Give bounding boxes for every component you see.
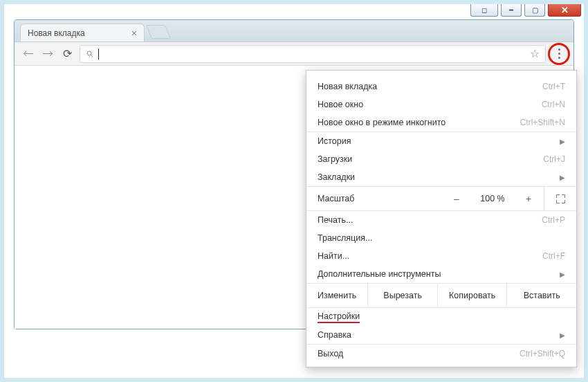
svg-point-0 bbox=[87, 51, 91, 55]
user-icon: ◻ bbox=[481, 7, 487, 14]
edit-paste-button[interactable]: Вставить bbox=[506, 284, 576, 307]
window-maximize-button[interactable]: ▢ bbox=[524, 4, 545, 17]
menu-item-label: Справка bbox=[318, 330, 351, 340]
window-titlebar: ◻ ━ ▢ ✕ bbox=[470, 4, 584, 21]
omnibox[interactable]: ☆ bbox=[80, 45, 546, 63]
fullscreen-button[interactable] bbox=[544, 194, 576, 203]
edit-cut-button[interactable]: Вырезать bbox=[367, 284, 437, 307]
menu-item-label: Настройки bbox=[318, 311, 360, 323]
menu-item-find[interactable]: Найти... Ctrl+F bbox=[306, 247, 576, 265]
menu-item-settings[interactable]: Настройки bbox=[306, 308, 576, 326]
menu-item-zoom: Масштаб – 100 % + bbox=[306, 187, 576, 210]
tab-strip: Новая вкладка × bbox=[15, 20, 573, 42]
menu-item-cast[interactable]: Трансляция... bbox=[306, 229, 576, 247]
svg-line-1 bbox=[91, 55, 93, 57]
menu-item-shortcut: Ctrl+P bbox=[542, 215, 565, 225]
close-icon: ✕ bbox=[561, 6, 569, 15]
kebab-icon bbox=[558, 48, 560, 59]
menu-item-exit[interactable]: Выход Ctrl+Shift+Q bbox=[306, 345, 576, 363]
zoom-value: 100 % bbox=[472, 194, 513, 203]
window-minimize-button[interactable]: ━ bbox=[501, 4, 522, 17]
bookmark-star-icon[interactable]: ☆ bbox=[530, 47, 540, 60]
menu-item-more-tools[interactable]: Дополнительные инструменты ▶ bbox=[306, 265, 576, 283]
tab-close-icon[interactable]: × bbox=[131, 28, 137, 39]
menu-item-edit: Изменить Вырезать Копировать Вставить bbox=[306, 284, 576, 307]
menu-item-print[interactable]: Печать... Ctrl+P bbox=[306, 211, 576, 229]
chrome-menu: Новая вкладка Ctrl+T Новое окно Ctrl+N Н… bbox=[306, 70, 577, 367]
tab-title: Новая вкладка bbox=[28, 28, 85, 38]
zoom-in-button[interactable]: + bbox=[513, 187, 544, 210]
edit-label: Изменить bbox=[306, 284, 367, 307]
menu-item-label: История bbox=[318, 136, 351, 146]
menu-item-history[interactable]: История ▶ bbox=[306, 132, 576, 150]
zoom-controls: – 100 % + bbox=[441, 187, 576, 210]
menu-item-label: Трансляция... bbox=[318, 233, 372, 243]
forward-button[interactable]: 🡒 bbox=[41, 47, 55, 61]
tab-active[interactable]: Новая вкладка × bbox=[20, 24, 145, 42]
menu-item-shortcut: Ctrl+Shift+N bbox=[520, 118, 565, 127]
window-close-button[interactable]: ✕ bbox=[548, 4, 581, 17]
menu-item-shortcut: Ctrl+Shift+Q bbox=[520, 349, 565, 358]
menu-item-incognito[interactable]: Новое окно в режиме инкогнито Ctrl+Shift… bbox=[306, 113, 576, 131]
reload-button[interactable]: ⟳ bbox=[60, 47, 74, 61]
menu-item-label: Дополнительные инструменты bbox=[318, 269, 441, 279]
menu-item-label: Новая вкладка bbox=[318, 82, 377, 91]
search-icon bbox=[86, 50, 94, 58]
menu-item-shortcut: Ctrl+F bbox=[542, 251, 565, 261]
new-tab-button[interactable] bbox=[146, 25, 171, 39]
fullscreen-icon bbox=[556, 194, 565, 203]
maximize-icon: ▢ bbox=[532, 7, 538, 14]
menu-item-new-window[interactable]: Новое окно Ctrl+N bbox=[306, 96, 576, 113]
menu-item-shortcut: Ctrl+J bbox=[543, 154, 565, 164]
menu-item-label: Найти... bbox=[318, 251, 349, 261]
menu-item-bookmarks[interactable]: Закладки ▶ bbox=[306, 168, 576, 186]
desktop-frame: ◻ ━ ▢ ✕ Новая вкладка × 🡐 🡒 ⟳ ☆ bbox=[0, 0, 588, 382]
menu-item-downloads[interactable]: Загрузки Ctrl+J bbox=[306, 150, 576, 168]
window-user-button[interactable]: ◻ bbox=[470, 4, 498, 17]
zoom-out-button[interactable]: – bbox=[441, 187, 472, 210]
menu-button[interactable] bbox=[551, 46, 567, 62]
chevron-right-icon: ▶ bbox=[560, 331, 565, 339]
menu-item-label: Закладки bbox=[318, 172, 355, 182]
menu-item-label: Выход bbox=[318, 349, 343, 358]
back-button[interactable]: 🡐 bbox=[21, 47, 35, 61]
menu-item-new-tab[interactable]: Новая вкладка Ctrl+T bbox=[306, 78, 576, 96]
menu-item-help[interactable]: Справка ▶ bbox=[306, 326, 576, 344]
chevron-right-icon: ▶ bbox=[560, 138, 565, 145]
menu-item-label: Новое окно в режиме инкогнито bbox=[318, 118, 445, 127]
edit-copy-button[interactable]: Копировать bbox=[437, 284, 507, 307]
chevron-right-icon: ▶ bbox=[560, 271, 565, 278]
zoom-label: Масштаб bbox=[318, 194, 354, 203]
menu-item-label: Загрузки bbox=[318, 154, 352, 164]
toolbar: 🡐 🡒 ⟳ ☆ bbox=[15, 42, 573, 66]
menu-item-label: Печать... bbox=[318, 215, 353, 225]
chevron-right-icon: ▶ bbox=[560, 174, 565, 181]
minimize-icon: ━ bbox=[509, 7, 513, 14]
menu-item-shortcut: Ctrl+T bbox=[542, 82, 565, 91]
address-input[interactable] bbox=[103, 48, 523, 59]
menu-item-shortcut: Ctrl+N bbox=[542, 100, 565, 109]
text-caret bbox=[98, 48, 99, 60]
menu-item-label: Новое окно bbox=[318, 100, 363, 109]
